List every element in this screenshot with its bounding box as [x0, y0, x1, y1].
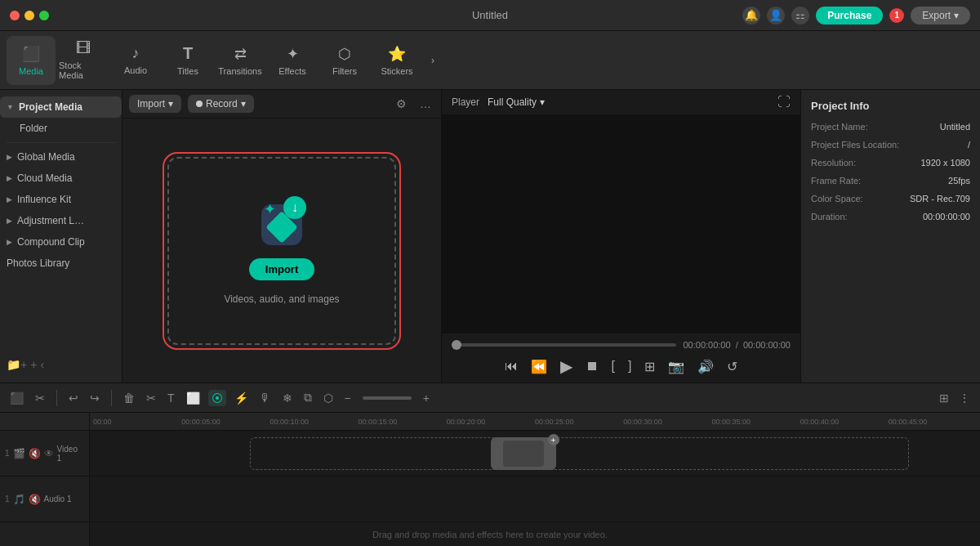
- toolbar-item-titles[interactable]: T Titles: [163, 36, 212, 85]
- collapse-icon[interactable]: ‹: [40, 358, 44, 371]
- timeline-grid-button[interactable]: ⊞: [936, 390, 952, 406]
- media-panel: Import ▾ Record ▾ ⚙ …: [122, 90, 441, 383]
- clip-to-timeline-button[interactable]: ⊞: [644, 359, 655, 374]
- toolbar-item-stickers[interactable]: ⭐ Stickers: [372, 36, 421, 85]
- timeline-audio-button[interactable]: 🎙: [256, 390, 274, 406]
- video-track-icon: 🎬: [13, 448, 25, 459]
- timeline-magnet-button[interactable]: ⦿: [208, 390, 226, 406]
- timeline-split-button[interactable]: ⧉: [301, 389, 315, 406]
- timeline-freeze-button[interactable]: ❄: [279, 390, 296, 406]
- bracket-out-button[interactable]: ]: [628, 359, 631, 374]
- record-button[interactable]: Record ▾: [188, 95, 254, 113]
- toolbar-label-effects: Effects: [278, 66, 305, 76]
- ruler-spacer: [0, 413, 89, 431]
- info-row-colorspace: Color Space: SDR - Rec.709: [811, 194, 970, 204]
- close-button[interactable]: [10, 11, 20, 20]
- ruler-mark-3: 00:00:15:00: [359, 418, 447, 426]
- record-label: Record: [206, 98, 238, 110]
- toolbar-item-effects[interactable]: ✦ Effects: [268, 36, 317, 85]
- chevron-right-icon: ▶: [7, 153, 12, 161]
- toolbar-item-media[interactable]: ⬛ Media: [7, 36, 56, 85]
- add-item-icon[interactable]: +: [30, 358, 37, 371]
- audio-clip-row: [90, 477, 980, 522]
- audio-track-header: 1 🎵 🔇 Audio 1: [0, 477, 89, 522]
- info-value-location: /: [968, 140, 970, 150]
- timeline-zoom-in-button[interactable]: +: [420, 390, 433, 406]
- toolbar-label-titles: Titles: [177, 66, 198, 76]
- add-folder-icon[interactable]: 📁+: [7, 358, 27, 371]
- sidebar-label-folder: Folder: [20, 123, 47, 134]
- ruler-mark-8: 00:00:40:00: [800, 418, 889, 426]
- sidebar-item-influence-kit[interactable]: ▶ Influence Kit: [0, 189, 122, 210]
- audio-track-icon: 🎵: [13, 494, 25, 505]
- toolbar-item-stock[interactable]: 🎞 Stock Media: [59, 36, 108, 85]
- visibility-icon[interactable]: 👁: [44, 448, 54, 459]
- import-button[interactable]: Import: [249, 258, 314, 280]
- timeline-zoom-slider[interactable]: [363, 396, 412, 400]
- step-back-button[interactable]: ⏪: [531, 359, 547, 374]
- drop-area: Drag and drop media and effects here to …: [90, 522, 980, 546]
- notification-icon[interactable]: 🔔: [742, 7, 760, 25]
- player-view: [442, 115, 800, 333]
- timeline-select-tool[interactable]: ⬛: [7, 390, 27, 406]
- toolbar-label-stock: Stock Media: [59, 60, 108, 80]
- export-button[interactable]: Export ▾: [911, 7, 970, 25]
- toolbar-label-transitions: Transitions: [218, 66, 261, 76]
- sidebar-item-global-media[interactable]: ▶ Global Media: [0, 146, 122, 168]
- sidebar-item-compound-clip[interactable]: ▶ Compound Clip: [0, 231, 122, 253]
- ruler-mark-9: 00:00:45:00: [889, 418, 977, 426]
- play-button[interactable]: ▶: [560, 356, 572, 376]
- sidebar-item-adjustment[interactable]: ▶ Adjustment L…: [0, 210, 122, 231]
- record-dot-icon: [196, 101, 203, 107]
- timeline-crop-button[interactable]: ⬜: [183, 390, 203, 406]
- toolbar-label-audio: Audio: [124, 65, 147, 75]
- sidebar: ▼ Project Media Folder ▶ Global Media ▶ …: [0, 90, 122, 383]
- toolbar-item-transitions[interactable]: ⇄ Transitions: [216, 36, 265, 85]
- snapshot-button[interactable]: 📷: [668, 359, 684, 374]
- download-arrow-icon: ↓: [283, 196, 306, 219]
- import-dropdown[interactable]: Import ▾: [129, 95, 181, 113]
- sidebar-bottom: 📁+ + ‹: [0, 353, 122, 376]
- filter-icon[interactable]: ⚙: [393, 96, 410, 112]
- timeline-trim-tool[interactable]: ✂: [32, 390, 48, 406]
- notification-badge: 1: [889, 8, 904, 23]
- timeline-transition-button[interactable]: ⬡: [320, 390, 336, 406]
- bracket-in-button[interactable]: [: [612, 359, 615, 374]
- sidebar-item-project-media[interactable]: ▼ Project Media: [0, 96, 122, 118]
- import-area: ↓ ✦ Import Videos, audio, and images: [122, 119, 441, 383]
- mute-audio-icon[interactable]: 🔇: [29, 494, 41, 505]
- timeline-zoom-out-button[interactable]: −: [341, 390, 354, 406]
- more-options-icon[interactable]: …: [416, 96, 434, 112]
- maximize-button[interactable]: [39, 11, 49, 20]
- quality-selector[interactable]: Full Quality ▾: [488, 96, 545, 108]
- import-subtitle: Videos, audio, and images: [224, 293, 339, 305]
- apps-icon[interactable]: ⚏: [791, 7, 809, 25]
- info-label-colorspace: Color Space:: [811, 194, 863, 204]
- toolbar-item-audio[interactable]: ♪ Audio: [111, 36, 160, 85]
- timeline-undo-button[interactable]: ↩: [65, 390, 82, 406]
- stop-button[interactable]: ⏹: [586, 359, 599, 374]
- timeline-text-button[interactable]: T: [164, 390, 178, 406]
- timeline-more-button[interactable]: ⋮: [956, 390, 973, 406]
- titlebar: Untitled 🔔 👤 ⚏ Purchase 1 Export ▾: [0, 0, 980, 31]
- sidebar-item-folder[interactable]: Folder: [0, 118, 122, 139]
- timeline-cut-button[interactable]: ✂: [143, 390, 159, 406]
- sidebar-item-photos-library[interactable]: Photos Library: [0, 253, 122, 274]
- timeline-speed-button[interactable]: ⚡: [231, 390, 252, 406]
- account-icon[interactable]: 👤: [767, 7, 785, 25]
- audio-button[interactable]: 🔊: [697, 359, 714, 374]
- import-dropzone[interactable]: ↓ ✦ Import Videos, audio, and images: [167, 157, 396, 345]
- progress-bar[interactable]: [452, 343, 676, 347]
- mute-icon[interactable]: 🔇: [29, 448, 41, 459]
- sidebar-item-cloud-media[interactable]: ▶ Cloud Media: [0, 168, 122, 189]
- player-expand-icon[interactable]: ⛶: [777, 95, 791, 110]
- timeline-delete-button[interactable]: 🗑: [120, 390, 138, 406]
- purchase-button[interactable]: Purchase: [816, 7, 883, 25]
- rotate-button[interactable]: ↺: [727, 359, 737, 374]
- timeline-redo-button[interactable]: ↪: [87, 390, 103, 406]
- toolbar-item-filters[interactable]: ⬡ Filters: [320, 36, 369, 85]
- toolbar-expand-button[interactable]: ›: [425, 36, 441, 85]
- minimize-button[interactable]: [24, 11, 34, 20]
- rewind-button[interactable]: ⏮: [505, 359, 518, 374]
- traffic-lights: [10, 11, 49, 20]
